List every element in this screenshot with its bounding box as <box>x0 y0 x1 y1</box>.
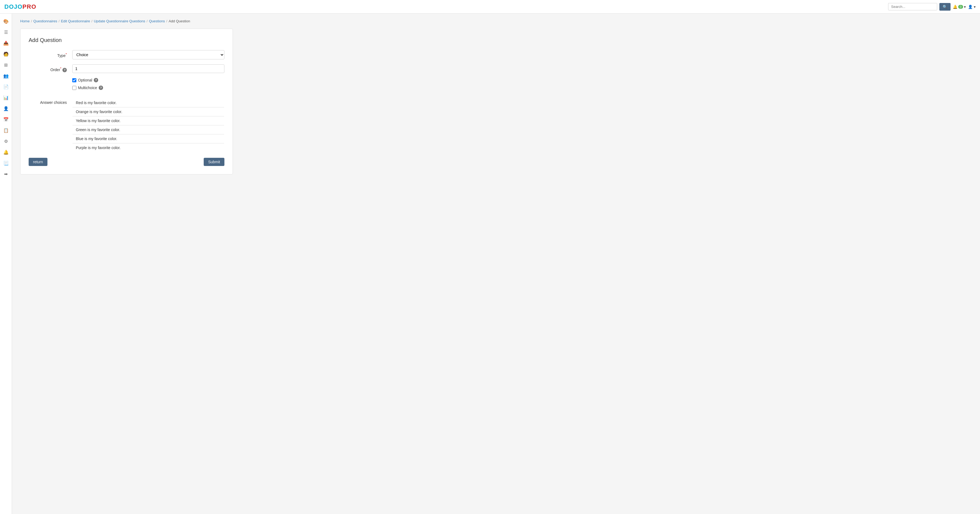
answer-choice-cell: Yellow is my favorite color. <box>73 116 224 125</box>
sidebar-item-calendar[interactable]: 📅 <box>1 114 11 124</box>
page-title: Add Question <box>29 37 224 43</box>
multichoice-row: Multichoice ? <box>72 86 224 90</box>
notification-badge: 0 <box>958 5 963 9</box>
logo-dojo: DOJO <box>4 3 22 10</box>
table-row: Red is my favorite color. <box>73 98 224 107</box>
table-row: Yellow is my favorite color. <box>73 116 224 125</box>
sidebar-item-chart[interactable]: 📊 <box>1 93 11 103</box>
sidebar-item-list[interactable]: ☰ <box>1 27 11 37</box>
breadcrumb-sep-1: / <box>31 19 32 23</box>
answer-choice-cell: Blue is my favorite color. <box>73 134 224 143</box>
table-row: Purple is my favorite color. <box>73 143 224 152</box>
search-icon: 🔍 <box>943 5 947 9</box>
answer-choices-row: Answer choices Red is my favorite color.… <box>29 98 224 152</box>
type-label: Type* <box>29 50 67 58</box>
sidebar-item-person[interactable]: 🧑 <box>1 49 11 59</box>
sidebar-item-grid[interactable]: ⊞ <box>1 60 11 70</box>
sidebar-item-exit[interactable]: ➡ <box>1 169 11 179</box>
sidebar-item-team[interactable]: 👥 <box>1 71 11 81</box>
brand-logo: DOJO PRO <box>4 3 36 10</box>
return-button[interactable]: return <box>29 158 48 166</box>
breadcrumb-edit-questionnaire[interactable]: Edit Questionnaire <box>61 19 90 23</box>
notification-button[interactable]: 🔔 0 ▾ <box>953 5 966 9</box>
form-buttons: return Submit <box>29 158 224 166</box>
logo-pro: PRO <box>22 3 36 10</box>
order-control <box>72 64 224 73</box>
checkboxes-row: Optional ? Multichoice ? <box>29 78 224 93</box>
table-row: Orange is my favorite color. <box>73 107 224 116</box>
checkboxes-label-spacer <box>29 78 67 80</box>
answer-choice-cell: Purple is my favorite color. <box>73 143 224 152</box>
multichoice-label: Multichoice <box>78 86 97 90</box>
breadcrumb-update-questions[interactable]: Update Questionnaire Questions <box>94 19 145 23</box>
navbar: DOJO PRO 🔍 🔔 0 ▾ 👤 ▾ <box>0 0 980 14</box>
breadcrumb-sep-4: / <box>147 19 148 23</box>
answer-choice-cell: Red is my favorite color. <box>73 98 224 107</box>
type-row: Type* Choice Text Rating Yes/No <box>29 50 224 59</box>
breadcrumb-questions[interactable]: Questions <box>149 19 165 23</box>
breadcrumb-questionnaires[interactable]: Questionnaires <box>33 19 57 23</box>
breadcrumb-sep-3: / <box>91 19 92 23</box>
search-button[interactable]: 🔍 <box>939 3 951 11</box>
sidebar-item-bell[interactable]: 🔔 <box>1 147 11 157</box>
submit-button[interactable]: Submit <box>204 158 224 166</box>
answer-choices-label: Answer choices <box>29 98 67 105</box>
order-label: Order* ? <box>29 64 67 72</box>
breadcrumb-sep-2: / <box>59 19 60 23</box>
order-row: Order* ? <box>29 64 224 73</box>
sidebar-item-user[interactable]: 👤 <box>1 103 11 113</box>
sidebar-item-document[interactable]: 📄 <box>1 82 11 92</box>
user-icon: 👤 <box>968 5 973 9</box>
add-question-form: Add Question Type* Choice Text Rating Ye… <box>20 29 233 175</box>
optional-label: Optional <box>78 78 92 82</box>
multichoice-checkbox[interactable] <box>72 86 76 90</box>
order-help-icon[interactable]: ? <box>62 68 67 72</box>
sidebar-item-clipboard[interactable]: 📋 <box>1 125 11 135</box>
main-content: Home / Questionnaires / Edit Questionnai… <box>12 14 980 514</box>
answer-choice-cell: Green is my favorite color. <box>73 125 224 134</box>
sidebar: 🎨 ☰ 📥 🧑 ⊞ 👥 📄 📊 👤 📅 📋 ⚙ 🔔 📃 ➡ <box>0 14 12 514</box>
answer-choice-cell: Orange is my favorite color. <box>73 107 224 116</box>
answer-choices-control: Red is my favorite color.Orange is my fa… <box>72 98 224 152</box>
breadcrumb-current: Add Question <box>169 19 190 23</box>
search-input[interactable] <box>888 3 937 10</box>
optional-row: Optional ? <box>72 78 224 82</box>
breadcrumb-sep-5: / <box>166 19 167 23</box>
type-control: Choice Text Rating Yes/No <box>72 50 224 59</box>
order-input[interactable] <box>72 64 224 73</box>
type-select[interactable]: Choice Text Rating Yes/No <box>72 50 224 59</box>
multichoice-help-icon[interactable]: ? <box>99 86 103 90</box>
answer-choices-table: Red is my favorite color.Orange is my fa… <box>72 98 224 152</box>
optional-help-icon[interactable]: ? <box>94 78 98 82</box>
optional-checkbox[interactable] <box>72 78 76 82</box>
table-row: Green is my favorite color. <box>73 125 224 134</box>
sidebar-item-inbox[interactable]: 📥 <box>1 38 11 48</box>
sidebar-item-palette[interactable]: 🎨 <box>1 16 11 26</box>
table-row: Blue is my favorite color. <box>73 134 224 143</box>
sidebar-item-settings[interactable]: ⚙ <box>1 136 11 146</box>
breadcrumb: Home / Questionnaires / Edit Questionnai… <box>20 19 972 23</box>
sidebar-item-list2[interactable]: 📃 <box>1 158 11 168</box>
user-menu-button[interactable]: 👤 ▾ <box>968 5 976 9</box>
navbar-right: 🔍 🔔 0 ▾ 👤 ▾ <box>888 3 976 11</box>
breadcrumb-home[interactable]: Home <box>20 19 30 23</box>
checkboxes-control: Optional ? Multichoice ? <box>72 78 224 93</box>
